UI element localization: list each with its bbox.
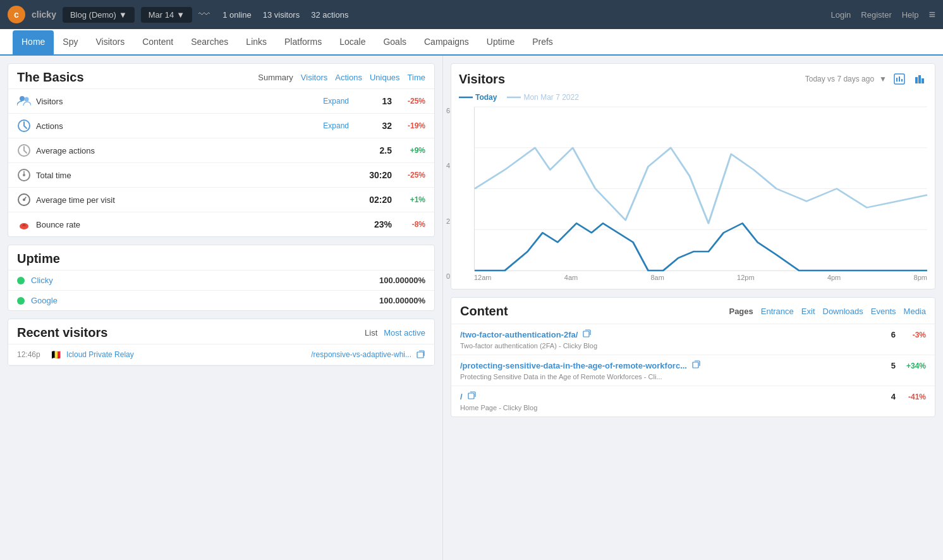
content-item-2: /protecting-sensitive-data-in-the-age-of…	[451, 355, 935, 386]
content-item-3: / 4 -41% Home Page - Clicky Blog	[451, 386, 935, 417]
visitor-link[interactable]: Icloud Private Relay	[66, 350, 134, 359]
legend-line-before: Mon Mar 7 2022	[507, 93, 578, 102]
bounce-value: 23%	[354, 219, 392, 229]
tab-downloads[interactable]: Downloads	[823, 307, 863, 316]
content-link-2[interactable]: /protecting-sensitive-data-in-the-age-of…	[460, 361, 687, 370]
tab-exit[interactable]: Exit	[801, 307, 815, 316]
uptime-section: Uptime Clicky 100.00000% Google 100.0000…	[8, 245, 435, 311]
online-count: 1 online	[222, 10, 252, 20]
page-copy-icon-2	[692, 360, 701, 371]
chart-area	[474, 107, 927, 271]
visitors-count: 13 visitors	[263, 10, 300, 20]
content-link-1[interactable]: /two-factor-authentication-2fa/	[460, 330, 578, 339]
uptime-dot-google	[17, 297, 25, 305]
logo[interactable]: c	[8, 6, 25, 23]
chart-header: Visitors Today vs 7 days ago ▼	[459, 71, 927, 87]
summary-label: Summary	[258, 73, 293, 82]
avg-actions-label: Average actions	[36, 146, 349, 155]
help-link[interactable]: Help	[902, 10, 919, 20]
content-change-3: -41%	[901, 393, 926, 401]
uptime-link-clicky[interactable]: Clicky	[31, 276, 373, 285]
date-select-button[interactable]: Mar 14 ▼	[141, 7, 192, 23]
avg-time-value: 02:20	[354, 195, 392, 205]
subnav-item-goals[interactable]: Goals	[374, 30, 415, 55]
subnav-item-content[interactable]: Content	[133, 30, 182, 55]
basics-row-bounce: Bounce rate 23% -8%	[8, 212, 434, 236]
basics-row-avg-time: Average time per visit 02:20 +1%	[8, 188, 434, 212]
menu-icon[interactable]: ≡	[928, 8, 935, 21]
svg-rect-24	[583, 331, 589, 337]
list-label: List	[365, 328, 377, 338]
content-item-2-row: /protecting-sensitive-data-in-the-age-of…	[460, 360, 926, 371]
topbar: c clicky Blog (Demo) ▼ Mar 14 ▼ 〰 1 onli…	[0, 0, 943, 29]
bounce-change: -8%	[397, 220, 425, 229]
svg-rect-16	[922, 78, 924, 83]
tab-pages: Pages	[729, 307, 753, 316]
app-name: clicky	[32, 9, 56, 20]
subnav-item-campaigns[interactable]: Campaigns	[415, 30, 478, 55]
visitors-expand-link[interactable]: Expand	[323, 97, 349, 106]
avg-time-icon	[17, 193, 31, 207]
subnav-item-home[interactable]: Home	[13, 30, 54, 55]
x-label-12am: 12am	[474, 274, 492, 281]
basics-summary-links: Summary Visitors Actions Uniques Time	[258, 73, 425, 82]
recent-visitor-row: 12:46p 🇧🇪 Icloud Private Relay /responsi…	[8, 344, 434, 365]
visit-page-link[interactable]: /responsive-vs-adaptive-whi...	[311, 350, 411, 359]
chart-export-icon[interactable]	[892, 71, 907, 87]
page-copy-icon-1	[583, 329, 592, 340]
visitors-value: 13	[354, 96, 392, 106]
actions-change: -19%	[397, 121, 425, 130]
subnav-item-uptime[interactable]: Uptime	[478, 30, 523, 55]
content-count-3: 4	[891, 392, 896, 401]
basics-row-total-time: Total time 30:20 -25%	[8, 163, 434, 188]
basics-row-avg-actions: Average actions 2.5 +9%	[8, 138, 434, 163]
uptime-pct-google: 100.00000%	[379, 296, 425, 305]
tab-entrance[interactable]: Entrance	[761, 307, 794, 316]
subnav-item-platforms[interactable]: Platforms	[276, 30, 331, 55]
visitor-flag: 🇧🇪	[51, 350, 61, 360]
visitors-summary-link[interactable]: Visitors	[301, 73, 327, 82]
x-label-4am: 4am	[564, 274, 578, 281]
tab-events[interactable]: Events	[871, 307, 896, 316]
site-select-button[interactable]: Blog (Demo) ▼	[63, 7, 135, 23]
content-count-2: 5	[891, 361, 896, 370]
subnav-item-prefs[interactable]: Prefs	[523, 30, 562, 55]
content-header: Content Pages Entrance Exit Downloads Ev…	[451, 298, 935, 324]
tab-media[interactable]: Media	[904, 307, 926, 316]
avg-time-change: +1%	[397, 195, 425, 204]
actions-summary-link[interactable]: Actions	[335, 73, 362, 82]
register-link[interactable]: Register	[861, 10, 891, 20]
subnav-item-visitors[interactable]: Visitors	[87, 30, 133, 55]
chart-bar-icon[interactable]	[912, 71, 927, 87]
x-label-8pm: 8pm	[914, 274, 927, 281]
basics-section: The Basics Summary Visitors Actions Uniq…	[8, 63, 435, 237]
subnav-item-spy[interactable]: Spy	[54, 30, 87, 55]
basics-table: Visitors Expand 13 -25% Actions Expand 3…	[8, 89, 434, 236]
chart-controls: Today vs 7 days ago ▼	[805, 71, 927, 87]
content-item-1-row: /two-factor-authentication-2fa/ 6 -3%	[460, 329, 926, 340]
actions-label: Actions	[36, 121, 313, 131]
subnav-item-locale[interactable]: Locale	[331, 30, 374, 55]
actions-icon	[17, 119, 31, 133]
y-label-2: 2	[446, 217, 450, 225]
uniques-summary-link[interactable]: Uniques	[370, 73, 400, 82]
content-title: Content	[460, 304, 508, 319]
left-panel: The Basics Summary Visitors Actions Uniq…	[0, 56, 442, 560]
recent-visitors-title: Recent visitors	[17, 326, 107, 340]
recent-visitors-links: List Most active	[365, 328, 425, 338]
uptime-link-google[interactable]: Google	[31, 296, 373, 305]
subnav-item-searches[interactable]: Searches	[182, 30, 237, 55]
chart-x-labels: 12am 4am 8am 12pm 4pm 8pm	[474, 271, 927, 281]
legend-before-label: Mon Mar 7 2022	[523, 93, 578, 102]
y-label-6: 6	[446, 107, 450, 114]
right-panel: Visitors Today vs 7 days ago ▼ Today	[442, 56, 943, 560]
content-link-3[interactable]: /	[460, 392, 463, 401]
login-link[interactable]: Login	[831, 10, 851, 20]
chart-svg	[475, 107, 927, 271]
compare-dropdown-icon[interactable]: ▼	[879, 75, 887, 83]
trend-icon[interactable]: 〰	[198, 8, 210, 21]
most-active-link[interactable]: Most active	[384, 328, 425, 338]
subnav-item-links[interactable]: Links	[237, 30, 276, 55]
actions-expand-link[interactable]: Expand	[323, 121, 349, 130]
time-summary-link[interactable]: Time	[408, 73, 425, 82]
